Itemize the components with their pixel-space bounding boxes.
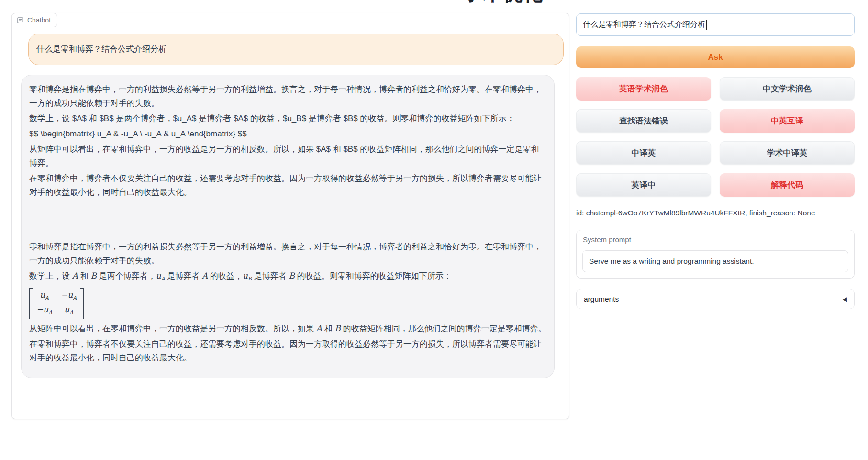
bot-raw-paragraph: 在零和博弈中，博弈者不仅要关注自己的收益，还需要考虑对手的收益。因为一方取得的收… — [29, 171, 546, 199]
bot-message-raw: 零和博弈是指在博弈中，一方的利益损失必然等于另一方的利益增益。换言之，对于每一种… — [29, 82, 546, 199]
bot-raw-paragraph: 零和博弈是指在博弈中，一方的利益损失必然等于另一方的利益增益。换言之，对于每一种… — [29, 82, 546, 110]
clipped-page-title: ChatGPT 学术优化 — [371, 0, 543, 4]
chatbot-label: Chatbot — [27, 16, 51, 24]
action-button-explain-code[interactable]: 解释代码 — [720, 173, 855, 197]
action-button-find-grammar-errors[interactable]: 查找语法错误 — [576, 109, 711, 133]
accordion-collapsed-arrow-icon: ◀ — [843, 296, 847, 303]
text-caret — [706, 20, 707, 30]
arguments-accordion[interactable]: arguments ◀ — [576, 289, 855, 309]
action-button-en-to-zh[interactable]: 英译中 — [576, 173, 711, 197]
arguments-accordion-label: arguments — [584, 295, 619, 303]
response-meta-line: id: chatcmpl-6wOo7KrYTwMl89lbrMWRu4UkFFX… — [576, 209, 815, 217]
bot-message-gap — [29, 201, 546, 240]
action-button-grid: 英语学术润色中文学术润色查找语法错误中英互译中译英学术中译英英译中解释代码 — [576, 77, 855, 197]
matrix-cell: −uA — [61, 290, 77, 303]
matrix-cell: uA — [61, 304, 77, 318]
bot-raw-paragraph: 数学上，设 $A$ 和 $B$ 是两个博弈者，$u_A$ 是博弈者 $A$ 的收… — [29, 112, 546, 125]
chat-bubble-icon — [17, 17, 24, 24]
matrix-cell: −uA — [36, 304, 52, 318]
system-prompt-input[interactable]: Serve me as a writing and programming as… — [582, 250, 848, 272]
system-prompt-value: Serve me as a writing and programming as… — [589, 257, 754, 266]
payoff-matrix: uA−uA−uAuA — [29, 288, 84, 319]
question-input-value: 什么是零和博弈？结合公式介绍分析 — [583, 20, 705, 30]
inline-math: A — [72, 271, 78, 280]
inline-math: uB — [243, 271, 252, 280]
action-button-english-academic-polish[interactable]: 英语学术润色 — [576, 77, 711, 101]
system-prompt-label: System prompt — [583, 236, 631, 244]
bot-message-bubble: 零和博弈是指在博弈中，一方的利益损失必然等于另一方的利益增益。换言之，对于每一种… — [21, 75, 555, 378]
bot-message-rendered: 零和博弈是指在博弈中，一方的利益损失必然等于另一方的利益增益。换言之，对于每一种… — [29, 240, 546, 365]
matrix-cell: uA — [36, 290, 52, 303]
ask-button[interactable]: Ask — [576, 46, 855, 68]
inline-math: B — [334, 324, 341, 333]
app: ChatGPT 学术优化 Chatbot 什么是零和博弈？结合公式介绍分析 零和… — [0, 0, 868, 460]
inline-math: B — [289, 271, 295, 280]
chatbot-label-tab: Chatbot — [11, 13, 57, 27]
bot-rendered-paragraph: 数学上，设 A 和 B 是两个博弈者，uA 是博弈者 A 的收益，uB 是博弈者… — [29, 269, 546, 286]
bot-rendered-paragraph: 在零和博弈中，博弈者不仅要关注自己的收益，还需要考虑对手的收益。因为一方取得的收… — [29, 337, 546, 365]
chatbot-panel: Chatbot 什么是零和博弈？结合公式介绍分析 零和博弈是指在博弈中，一方的利… — [11, 13, 569, 419]
bot-rendered-paragraph: uA−uA−uAuA — [29, 287, 546, 320]
bot-raw-paragraph: $$ \begin{bmatrix} u_A & -u_A \ -u_A & u… — [29, 127, 546, 141]
question-input[interactable]: 什么是零和博弈？结合公式介绍分析 — [576, 13, 855, 36]
bot-raw-paragraph: 从矩阵中可以看出，在零和博弈中，一方的收益是另一方的相反数。所以，如果 $A$ … — [29, 142, 546, 170]
action-button-zh-en-mutual-translate[interactable]: 中英互译 — [720, 109, 855, 133]
user-message-text: 什么是零和博弈？结合公式介绍分析 — [36, 45, 167, 54]
inline-math: A — [316, 324, 322, 333]
user-message-bubble: 什么是零和博弈？结合公式介绍分析 — [28, 34, 564, 65]
bot-rendered-paragraph: 从矩阵中可以看出，在零和博弈中，一方的收益是另一方的相反数。所以，如果 A 和 … — [29, 322, 546, 336]
action-button-academic-zh-to-en[interactable]: 学术中译英 — [720, 141, 855, 165]
inline-math: B — [90, 271, 97, 280]
action-button-chinese-academic-polish[interactable]: 中文学术润色 — [720, 77, 855, 101]
system-prompt-card: System prompt Serve me as a writing and … — [576, 230, 855, 279]
inline-math: uA — [156, 271, 165, 280]
inline-math: A — [202, 271, 208, 280]
action-button-zh-to-en[interactable]: 中译英 — [576, 141, 711, 165]
bot-rendered-paragraph: 零和博弈是指在博弈中，一方的利益损失必然等于另一方的利益增益。换言之，对于每一种… — [29, 240, 546, 268]
